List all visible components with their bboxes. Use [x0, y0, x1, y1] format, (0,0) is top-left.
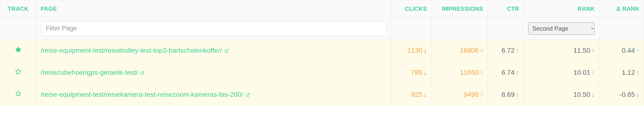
page-cell: /reise-equipment-test/reisetrolley-test-…: [36, 39, 392, 62]
arrow-down-icon: ↓: [424, 69, 427, 76]
table-row: /reisezubehoer/gps-geraete-test/785↓1165…: [0, 62, 644, 84]
arrow-up-icon: ↑: [516, 47, 519, 54]
page-cell: /reise-equipment-test/reisekamera-test-r…: [36, 84, 392, 106]
ctr-cell: 6.74↑: [488, 62, 524, 84]
external-link-icon[interactable]: [246, 93, 250, 97]
star-outline-icon[interactable]: [15, 91, 21, 97]
external-link-icon[interactable]: [140, 71, 144, 75]
impressions-cell: 16806↑: [432, 39, 488, 62]
arrow-down-icon: ↓: [424, 91, 427, 98]
clicks-cell: 785↓: [392, 62, 432, 84]
rank-filter-select[interactable]: Second Page: [528, 22, 595, 35]
header-row: TRACK PAGE CLICKS IMPRESSIONS CTR RANK Δ…: [0, 0, 644, 17]
col-header-track[interactable]: TRACK: [0, 0, 36, 17]
arrow-up-icon: ↑: [636, 47, 640, 54]
arrow-down-icon: ↓: [636, 91, 640, 98]
clicks-cell: 825↓: [392, 84, 432, 106]
arrow-down-icon: ↓: [424, 47, 427, 54]
arrow-up-icon: ↑: [480, 47, 483, 54]
impressions-cell: 9498↑: [432, 84, 488, 106]
arrow-up-icon: ↑: [592, 69, 595, 76]
page-link[interactable]: /reise-equipment-test/reisekamera-test-r…: [40, 91, 243, 98]
clicks-cell: 1130↓: [392, 39, 432, 62]
col-header-delta-rank[interactable]: Δ RANK: [599, 0, 644, 17]
page-link[interactable]: /reisezubehoer/gps-geraete-test/: [40, 69, 138, 76]
delta-rank-cell: 1.12↑: [599, 62, 644, 84]
page-link[interactable]: /reise-equipment-test/reisetrolley-test-…: [40, 47, 222, 54]
col-header-clicks[interactable]: CLICKS: [392, 0, 432, 17]
arrow-up-icon: ↑: [592, 47, 595, 54]
arrow-up-icon: ↑: [480, 69, 483, 76]
table-row: /reise-equipment-test/reisekamera-test-r…: [0, 84, 644, 106]
rank-cell: 10.50↓: [524, 84, 599, 106]
track-cell[interactable]: [0, 39, 36, 62]
ctr-cell: 6.72↑: [488, 39, 524, 62]
arrow-up-icon: ↑: [636, 69, 640, 76]
svg-marker-4: [16, 91, 21, 96]
page-cell: /reisezubehoer/gps-geraete-test/: [36, 62, 392, 84]
arrow-up-icon: ↑: [480, 91, 483, 98]
arrow-down-icon: ↓: [592, 91, 595, 98]
rank-cell: 10.01↑: [524, 62, 599, 84]
col-header-rank[interactable]: RANK: [524, 0, 599, 17]
track-cell[interactable]: [0, 84, 36, 106]
external-link-icon[interactable]: [224, 49, 229, 53]
ranking-table: TRACK PAGE CLICKS IMPRESSIONS CTR RANK Δ…: [0, 0, 644, 106]
svg-line-3: [142, 71, 144, 73]
svg-line-1: [226, 49, 228, 51]
track-cell[interactable]: [0, 62, 36, 84]
arrow-up-icon: ↑: [516, 91, 519, 98]
col-header-impressions[interactable]: IMPRESSIONS: [432, 0, 488, 17]
col-header-ctr[interactable]: CTR: [488, 0, 524, 17]
star-outline-icon[interactable]: [15, 68, 21, 75]
arrow-up-icon: ↑: [516, 69, 519, 76]
delta-rank-cell: -0.65↓: [599, 84, 644, 106]
filter-page-input[interactable]: [40, 21, 387, 36]
star-filled-icon[interactable]: [15, 46, 21, 53]
svg-line-5: [247, 93, 249, 95]
svg-marker-0: [16, 47, 21, 52]
svg-marker-2: [16, 69, 21, 74]
ctr-cell: 8.69↑: [488, 84, 524, 106]
rank-cell: 11.50↑: [524, 39, 599, 62]
filter-row: Second Page: [0, 17, 644, 39]
col-header-page[interactable]: PAGE: [36, 0, 392, 17]
impressions-cell: 11650↑: [432, 62, 488, 84]
delta-rank-cell: 0.44↑: [599, 39, 644, 62]
table-row: /reise-equipment-test/reisetrolley-test-…: [0, 39, 644, 62]
